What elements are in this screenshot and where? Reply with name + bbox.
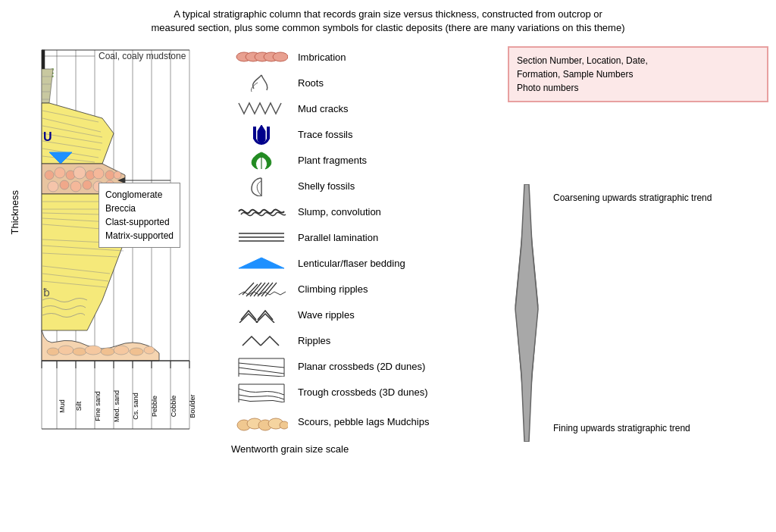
svg-point-41: [70, 181, 81, 192]
strat-column-area: Thickness Coal, coaly mudstone: [8, 39, 220, 493]
svg-text:Cobble: Cobble: [170, 396, 177, 418]
symbol-row-shelly: Shelly fossils: [231, 175, 500, 196]
lenticular-icon: [231, 255, 292, 271]
fining-label: Fining upwards stratigraphic trend: [553, 422, 712, 435]
symbol-row-wave: Wave ripples: [231, 304, 500, 325]
svg-line-105: [239, 363, 284, 368]
symbol-row-trough: Trough crossbeds (3D dunes): [231, 381, 500, 402]
svg-text:Coal, coaly mudstone: Coal, coaly mudstone: [99, 51, 186, 61]
slump-label: Slump, convolution: [292, 206, 381, 217]
svg-point-65: [114, 346, 129, 355]
symbol-row-plant: Plant fragments: [231, 149, 500, 171]
imbrication-label: Imbrication: [292, 52, 346, 63]
roots-icon: [231, 74, 292, 92]
svg-point-34: [74, 167, 86, 179]
svg-point-116: [280, 421, 288, 429]
svg-point-37: [105, 171, 114, 180]
planar-crossbeds-icon: [231, 355, 292, 377]
scours-icon: [231, 408, 292, 436]
symbol-row-climbing: Climbing ripples: [231, 278, 500, 299]
svg-text:Fine sand: Fine sand: [94, 392, 102, 422]
strat-column-svg: Coal, coaly mudstone 🌿: [27, 42, 208, 474]
svg-point-66: [130, 348, 143, 355]
svg-marker-96: [239, 258, 284, 268]
imbrication-icon: [231, 49, 292, 65]
symbol-row-scours: Scours, pebble lags Mudchips: [231, 407, 500, 437]
symbol-row-ripples: Ripples: [231, 330, 500, 351]
symbol-row-planar: Planar crossbeds (2D dunes): [231, 355, 500, 377]
svg-marker-15: [42, 69, 53, 103]
info-box: Section Number, Location, Date, Formatio…: [508, 46, 768, 102]
page-title: A typical stratigraphic column that reco…: [0, 0, 776, 39]
trend-labels: Coarsening upwards stratigraphic trend F…: [553, 192, 712, 434]
plant-label: Plant fragments: [292, 155, 367, 166]
svg-text:Mud: Mud: [58, 400, 66, 414]
trace-fossils-icon: [231, 124, 292, 145]
svg-point-39: [48, 181, 58, 192]
plant-icon: [231, 149, 292, 171]
svg-text:Pebble: Pebble: [151, 396, 158, 417]
svg-point-31: [45, 171, 54, 180]
svg-point-42: [83, 180, 92, 189]
shelly-label: Shelly fossils: [292, 180, 355, 192]
parallel-lam-label: Parallel lamination: [292, 232, 378, 243]
roots-label: Roots: [292, 77, 324, 89]
svg-point-62: [73, 348, 86, 355]
lenticular-label: Lenticular/flaser bedding: [292, 258, 405, 269]
wave-label: Wave ripples: [292, 309, 355, 321]
svg-point-63: [85, 346, 102, 355]
svg-rect-11: [42, 50, 45, 69]
symbol-row-imbrication: Imbrication: [231, 46, 500, 67]
svg-marker-119: [515, 184, 538, 442]
scours-label: Scours, pebble lags Mudchips: [292, 415, 429, 429]
mudcracks-icon: [231, 100, 292, 117]
thickness-label: Thickness: [9, 190, 20, 235]
svg-text:Med. sand: Med. sand: [113, 390, 120, 422]
climbing-ripples-icon: [231, 280, 292, 298]
svg-point-36: [93, 168, 104, 179]
symbol-row-trace: Trace fossils: [231, 124, 500, 145]
planar-label: Planar crossbeds (2D dunes): [292, 361, 425, 372]
svg-text:Boulder: Boulder: [189, 395, 196, 418]
parallel-lam-icon: [231, 229, 292, 246]
svg-point-40: [60, 180, 69, 189]
svg-point-38: [114, 171, 121, 179]
svg-text:Cs. sand: Cs. sand: [132, 393, 139, 421]
mudcracks-label: Mud cracks: [292, 103, 348, 114]
climbing-label: Climbing ripples: [292, 283, 368, 295]
symbol-row-roots: Roots: [231, 72, 500, 93]
ripples-label: Ripples: [292, 335, 330, 346]
trough-label: Trough crossbeds (3D dunes): [292, 386, 428, 398]
svg-point-67: [144, 346, 155, 354]
symbols-legend: Imbrication Roots Mud cracks: [220, 39, 500, 493]
trend-area: Coarsening upwards stratigraphic trend F…: [508, 117, 768, 493]
ripples-icon: [231, 332, 292, 349]
conglomerate-box: Conglomerate Breccia Clast-supported Mat…: [99, 183, 180, 248]
svg-line-106: [239, 368, 284, 374]
trend-svg: [508, 184, 546, 442]
svg-text:U: U: [43, 130, 52, 143]
svg-point-32: [55, 167, 65, 178]
svg-line-107: [239, 374, 284, 377]
symbol-row-parallel-lam: Parallel lamination: [231, 227, 500, 248]
shelly-icon: [231, 175, 292, 196]
svg-text:Silt: Silt: [75, 402, 83, 412]
symbol-row-lenticular: Lenticular/flaser bedding: [231, 252, 500, 274]
symbol-row-mudcracks: Mud cracks: [231, 98, 500, 119]
svg-text:ƀ: ƀ: [43, 286, 50, 299]
wave-ripples-icon: [231, 306, 292, 323]
wentworth-label: Wentworth grain size scale: [231, 443, 500, 455]
svg-point-90: [273, 52, 288, 61]
svg-point-64: [101, 348, 114, 355]
svg-point-60: [47, 348, 59, 355]
trough-crossbeds-icon: [231, 381, 292, 402]
slump-icon: [231, 202, 292, 221]
trace-fossils-label: Trace fossils: [292, 129, 352, 140]
coarsening-label: Coarsening upwards stratigraphic trend: [553, 192, 712, 205]
right-area: Section Number, Location, Date, Formatio…: [500, 39, 768, 493]
symbol-row-slump: Slump, convolution: [231, 201, 500, 222]
svg-point-61: [58, 346, 74, 355]
